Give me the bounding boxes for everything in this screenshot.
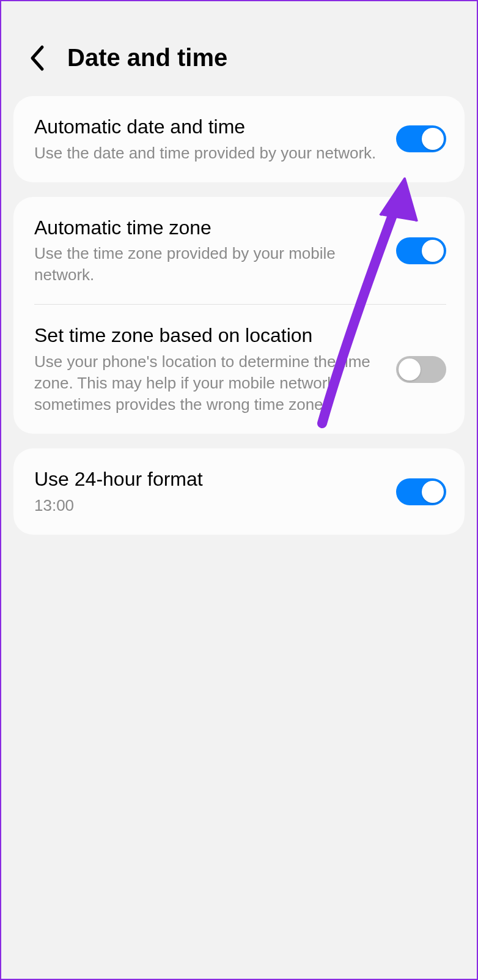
setting-auto-date-time[interactable]: Automatic date and time Use the date and… xyxy=(13,96,465,182)
chevron-left-icon xyxy=(29,45,46,72)
page-title: Date and time xyxy=(67,44,227,72)
header: Date and time xyxy=(1,1,477,96)
setting-desc: 13:00 xyxy=(34,495,384,516)
setting-title: Set time zone based on location xyxy=(34,323,384,349)
setting-text: Set time zone based on location Use your… xyxy=(34,323,384,415)
setting-title: Automatic date and time xyxy=(34,114,384,140)
setting-desc: Use the date and time provided by your n… xyxy=(34,143,384,164)
setting-desc: Use the time zone provided by your mobil… xyxy=(34,243,384,286)
toggle-auto-time-zone[interactable] xyxy=(396,237,446,264)
toggle-knob xyxy=(422,240,444,262)
setting-text: Automatic time zone Use the time zone pr… xyxy=(34,215,384,286)
section-time-zone: Automatic time zone Use the time zone pr… xyxy=(13,197,465,434)
toggle-auto-date-time[interactable] xyxy=(396,125,446,152)
toggle-24h-format[interactable] xyxy=(396,478,446,505)
setting-auto-time-zone[interactable]: Automatic time zone Use the time zone pr… xyxy=(13,197,465,305)
setting-text: Use 24-hour format 13:00 xyxy=(34,467,384,516)
section-auto-date-time: Automatic date and time Use the date and… xyxy=(13,96,465,182)
section-24h-format: Use 24-hour format 13:00 xyxy=(13,448,465,535)
setting-location-time-zone[interactable]: Set time zone based on location Use your… xyxy=(34,304,446,434)
setting-title: Use 24-hour format xyxy=(34,467,384,492)
setting-desc: Use your phone's location to determine t… xyxy=(34,351,384,415)
toggle-knob xyxy=(422,128,444,150)
toggle-knob xyxy=(422,481,444,503)
setting-title: Automatic time zone xyxy=(34,215,384,241)
setting-text: Automatic date and time Use the date and… xyxy=(34,114,384,164)
toggle-knob xyxy=(399,358,421,380)
toggle-location-time-zone[interactable] xyxy=(396,356,446,383)
back-button[interactable] xyxy=(29,45,46,72)
setting-24h-format[interactable]: Use 24-hour format 13:00 xyxy=(13,448,465,535)
